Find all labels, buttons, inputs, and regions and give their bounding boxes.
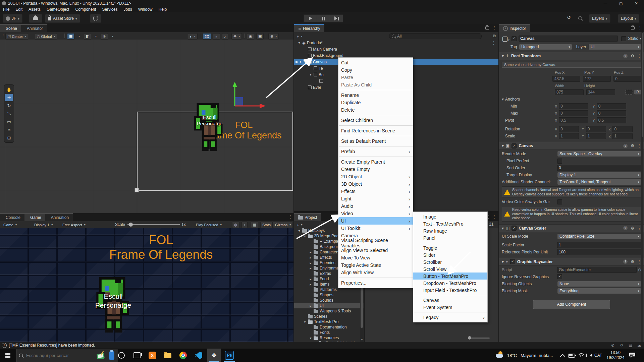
object-name-field[interactable]: Canvas [519,36,618,42]
scale-x-field[interactable]: 1 [559,133,579,139]
help-icon[interactable]: ? [623,226,628,230]
component-menu-icon[interactable]: ⋮ [637,226,641,231]
task-view-icon[interactable] [133,351,141,359]
scale-factor-field[interactable]: 1 [557,242,641,248]
presets-icon[interactable]: ⚙ [631,259,634,264]
presets-icon[interactable]: ⚙ [631,143,634,148]
menubar-item[interactable]: File [0,7,12,12]
add-gameobject-button[interactable]: + [295,33,304,40]
rotation-y-field[interactable]: 0 [586,126,606,132]
fold-arrow[interactable]: ▾ [502,54,504,58]
cortana-icon[interactable] [117,351,125,359]
fold-arrow[interactable]: ▾ [303,60,307,64]
add-component-button[interactable]: Add Component [533,300,610,309]
start-button[interactable] [5,353,10,358]
snap-button[interactable]: ◧ [84,33,91,40]
menubar-item[interactable]: GameObject [44,7,72,12]
increment-options-dropdown[interactable] [110,33,114,40]
context-menu-item[interactable]: 3D Object › [338,180,413,188]
chrome-icon[interactable] [179,351,187,359]
canvas-component-header[interactable]: ▾▣ ✓ Canvas ?⚙⋮ [499,142,644,150]
hidden-objects-button[interactable]: ◉ [247,33,254,40]
fold-arrow[interactable]: ▸ [309,266,312,270]
component-enabled-checkbox[interactable]: ✓ [512,143,517,148]
progress-status-icon[interactable]: ▤ [629,343,632,348]
layers-dropdown[interactable]: Layers [589,14,610,23]
active-checkbox[interactable]: ✓ [512,36,517,41]
game-panel-menu-icon[interactable]: ⋮ [288,215,292,219]
tab[interactable]: Scene [0,24,21,32]
fold-arrow[interactable]: ▾ [298,41,301,45]
scale-tool-button[interactable]: ⤡ [5,110,13,117]
cloud-services-button[interactable] [29,14,42,23]
context-menu-item[interactable]: Cut › [338,59,413,66]
presets-icon[interactable]: ⚙ [631,54,634,58]
scene-picker-icon[interactable]: ⧉ [493,34,496,38]
notification-center-icon[interactable] [629,353,635,358]
context-menu-item[interactable]: Paste › [338,74,413,81]
rotation-x-field[interactable]: 0 [559,126,579,132]
pixel-perfect-checkbox[interactable] [557,159,562,164]
render-mode-dropdown[interactable]: Screen Space - Overlay [557,151,641,157]
context-menu-item[interactable]: Rename › [338,92,413,99]
submenu-item[interactable]: Image › [413,213,487,220]
badge-button[interactable] [90,14,101,23]
static-checkbox[interactable] [621,36,626,41]
photoshop-taskbar-icon[interactable]: Ps [223,349,236,362]
fold-arrow[interactable]: ▾ [303,320,307,324]
scene-viewport[interactable]: FOL Frame Of Legends Escull Personatge ✋… [0,40,293,213]
fold-arrow[interactable]: ▸ [309,277,312,281]
blocking-mask-dropdown[interactable]: Everything [557,288,641,294]
move-tool-button[interactable]: ✛ [5,94,13,101]
submenu-item[interactable]: Panel › [413,234,487,241]
component-enabled-checkbox[interactable]: ✓ [512,226,517,231]
context-menu-item[interactable]: Create Empty Parent › [338,158,413,166]
project-folder-row[interactable]: ▸ UI [294,303,364,308]
display-dropdown[interactable]: Display 1 [32,222,55,228]
mute-audio-button[interactable]: ♪ [241,222,248,228]
game-gizmos-dropdown[interactable]: Gizmos [273,222,293,228]
taskbar-search[interactable] [16,349,118,362]
submenu-item[interactable]: Slider › [413,251,487,258]
play-focused-dropdown[interactable]: Play Focused [194,222,224,228]
context-menu-item[interactable]: Effects › [338,188,413,195]
fold-arrow[interactable]: ▾ [303,234,307,238]
object-picker-icon[interactable]: ⊙ [638,267,641,272]
submenu-item[interactable]: Toggle › [413,244,487,251]
taskbar-search-input[interactable] [25,353,84,358]
audio-toggle-button[interactable]: ♪ [222,33,228,40]
pause-button[interactable] [317,14,330,22]
layer-dropdown[interactable]: UI [588,44,641,50]
pivot-x-field[interactable]: 0.5 [559,117,588,123]
step-button[interactable] [330,14,343,22]
grid-visibility-button[interactable]: ▦ [67,33,74,40]
submenu-item[interactable]: Event System › [413,304,487,311]
sort-order-field[interactable]: 0 [557,165,641,171]
context-menu-item[interactable]: Audio › [338,202,413,210]
anchor-max-x-field[interactable]: 0 [559,110,588,116]
help-icon[interactable]: ? [623,259,628,264]
tab[interactable]: Console [0,213,24,221]
volume-icon[interactable] [590,354,592,357]
menubar-item[interactable]: Component [72,7,99,12]
height-field[interactable]: 344 [586,89,615,95]
weather-temp[interactable]: 18°C [507,353,517,358]
panel-menu-icon[interactable]: ⋮ [638,25,642,30]
fold-arrow[interactable]: ▾ [502,226,504,231]
submenu-item[interactable]: Button - TextMeshPro › [413,273,487,280]
rect-tool-handle[interactable] [135,188,139,192]
scale-slider-track[interactable] [127,224,180,225]
hierarchy-row[interactable]: ◉ ➤ ▾ Portada* [294,40,498,46]
effects-dropdown[interactable]: ❋ [231,33,242,40]
game-view-dropdown[interactable]: Game [1,222,19,228]
blueprint-mode-button[interactable] [626,90,633,95]
help-icon[interactable]: ? [623,54,628,58]
project-folder-row[interactable]: Sounds [294,298,364,303]
scale-y-field[interactable]: 1 [586,133,606,139]
lock-icon[interactable] [485,26,489,29]
inspector-scrollbar[interactable] [641,32,643,342]
camera-preview-button[interactable]: ▣ [256,33,264,40]
graphic-raycaster-header[interactable]: ▾⌖ ✓ Graphic Raycaster ?⚙⋮ [499,258,644,266]
fold-arrow[interactable]: ▸ [309,250,312,254]
transform-tool-button[interactable]: ⧈ [5,126,13,133]
